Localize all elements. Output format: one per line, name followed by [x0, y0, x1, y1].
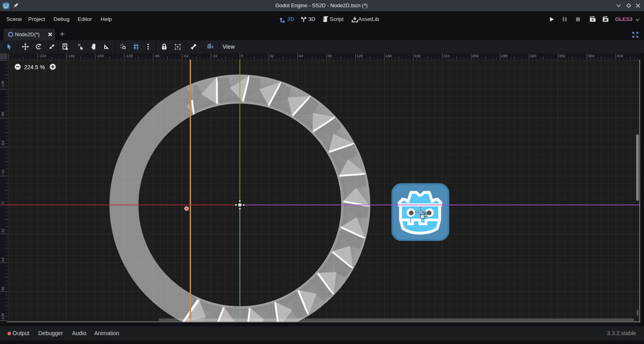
svg-text:288: 288 — [501, 54, 508, 58]
svg-text:128: 128 — [357, 54, 363, 58]
svg-text:256: 256 — [472, 54, 479, 58]
svg-text:32: 32 — [0, 229, 5, 233]
svg-text:224: 224 — [443, 54, 450, 58]
svg-text:128: 128 — [0, 313, 5, 319]
svg-text:320: 320 — [530, 54, 537, 58]
svg-text:384: 384 — [588, 54, 594, 58]
svg-text:96: 96 — [0, 286, 5, 291]
svg-text:192: 192 — [414, 54, 421, 58]
svg-text:352: 352 — [559, 54, 566, 58]
svg-text:0: 0 — [0, 202, 5, 204]
svg-text:-96: -96 — [154, 54, 160, 58]
svg-text:-32: -32 — [212, 54, 218, 58]
svg-text:32: 32 — [270, 54, 274, 58]
svg-text:0: 0 — [241, 54, 243, 58]
svg-text:416: 416 — [617, 54, 623, 58]
svg-text:-64: -64 — [183, 54, 189, 58]
svg-text:-192: -192 — [67, 54, 75, 58]
svg-text:-64: -64 — [0, 140, 5, 146]
svg-text:64: 64 — [0, 257, 5, 262]
svg-text:-32: -32 — [0, 169, 5, 175]
svg-text:-96: -96 — [0, 112, 5, 117]
svg-text:-128: -128 — [0, 80, 5, 88]
svg-text:-128: -128 — [125, 54, 133, 58]
svg-text:-160: -160 — [96, 54, 104, 58]
svg-text:-224: -224 — [39, 54, 46, 58]
svg-text:160: 160 — [386, 54, 392, 58]
svg-text:96: 96 — [328, 54, 332, 58]
svg-text:64: 64 — [299, 54, 303, 58]
